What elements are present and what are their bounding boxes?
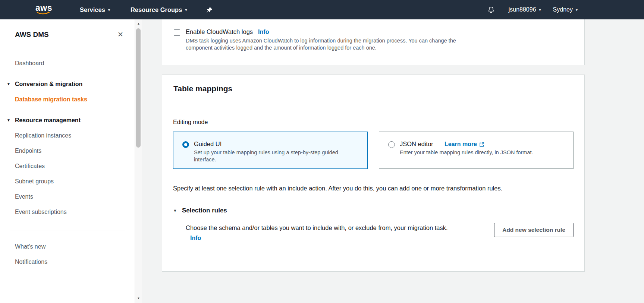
cloudwatch-content: Enable CloudWatch logs Info DMS task log… (186, 28, 472, 51)
json-editor-tile[interactable]: JSON editor Learn more Enter your table … (379, 132, 574, 169)
caret-down-icon: ▼ (173, 208, 177, 213)
sidebar-section-resource-management[interactable]: ▼ Resource management (0, 113, 135, 128)
sidebar-title: AWS DMS (15, 31, 49, 39)
guided-ui-label: Guided UI (194, 141, 360, 148)
sidebar-item-certificates[interactable]: Certificates (0, 158, 135, 174)
sidebar-item-replication-instances[interactable]: Replication instances (0, 128, 135, 143)
notifications-bell-icon[interactable] (487, 6, 495, 14)
aws-smile-icon (36, 12, 51, 15)
scrollbar-thumb[interactable] (136, 28, 141, 148)
add-new-selection-rule-button[interactable]: Add new selection rule (494, 223, 574, 237)
sidebar-item-event-subscriptions[interactable]: Event subscriptions (0, 204, 135, 220)
close-icon[interactable]: ✕ (117, 31, 123, 39)
sidebar-nav: Dashboard ▼ Conversion & migration Datab… (0, 56, 135, 269)
sidebar-item-notifications[interactable]: Notifications (0, 254, 135, 269)
aws-logo[interactable]: aws (35, 4, 52, 15)
sidebar-item-dashboard[interactable]: Dashboard (0, 56, 135, 71)
json-editor-description: Enter your table mapping rules directly,… (400, 149, 533, 156)
sidebar-item-whats-new[interactable]: What's new (0, 239, 135, 254)
user-menu[interactable]: jsun88096 ▾ (509, 6, 541, 13)
guided-ui-radio[interactable] (182, 141, 189, 148)
pin-icon[interactable] (206, 7, 213, 13)
selection-rules-description-text: Choose the schema and/or tables you want… (186, 224, 448, 231)
region-selector[interactable]: Sydney ▾ (553, 6, 578, 13)
username-label: jsun88096 (509, 6, 536, 13)
editing-mode-tiles: Guided UI Set up your table mapping rule… (173, 132, 574, 169)
learn-more-label: Learn more (444, 141, 477, 148)
region-label: Sydney (553, 6, 573, 13)
sidebar-section-conversion-migration[interactable]: ▼ Conversion & migration (0, 76, 135, 92)
topnav-right-group: jsun88096 ▾ Sydney ▾ (487, 6, 578, 14)
table-mappings-title: Table mappings (173, 84, 573, 93)
cloudwatch-info-link[interactable]: Info (258, 29, 269, 35)
cloudwatch-logs-card: Enable CloudWatch logs Info DMS task log… (162, 19, 585, 65)
aws-logo-text: aws (35, 4, 52, 12)
selection-rules-content: Choose the schema and/or tables you want… (186, 223, 574, 243)
table-mappings-body: Editing mode Guided UI Set up your table… (162, 119, 584, 250)
selection-rules-expander[interactable]: ▼ Selection rules (173, 207, 574, 214)
selection-rules-info-link[interactable]: Info (190, 235, 201, 241)
sidebar-item-subnet-groups[interactable]: Subnet groups (0, 174, 135, 189)
chevron-down-icon: ▾ (185, 8, 187, 12)
learn-more-link[interactable]: Learn more (444, 141, 484, 148)
table-mappings-card: Table mappings Editing mode Guided UI Se… (162, 75, 585, 272)
sidebar-item-endpoints[interactable]: Endpoints (0, 143, 135, 158)
sidebar-section-label: Resource management (15, 117, 81, 124)
scrollbar[interactable]: ▲ ▼ (135, 19, 142, 303)
resource-groups-menu-label: Resource Groups (131, 6, 182, 13)
sidebar-header: AWS DMS ✕ (0, 19, 135, 48)
json-editor-label: JSON editor (400, 141, 433, 148)
sidebar: AWS DMS ✕ Dashboard ▼ Conversion & migra… (0, 19, 135, 303)
sidebar-section-label: Conversion & migration (15, 81, 82, 88)
selection-rules-divider (186, 250, 574, 250)
services-menu[interactable]: Services ▾ (80, 6, 110, 13)
external-link-icon (479, 142, 484, 147)
guided-ui-description: Set up your table mapping rules using a … (194, 149, 360, 163)
scrollbar-up-arrow[interactable]: ▲ (135, 21, 142, 27)
resource-groups-menu[interactable]: Resource Groups ▾ (131, 6, 187, 13)
selection-rules-description: Choose the schema and/or tables you want… (186, 223, 456, 243)
sidebar-divider (0, 48, 135, 48)
table-mappings-header: Table mappings (162, 75, 584, 102)
services-menu-label: Services (80, 6, 105, 13)
scrollbar-down-arrow[interactable]: ▼ (135, 296, 142, 302)
sidebar-item-events[interactable]: Events (0, 189, 135, 204)
guided-ui-tile[interactable]: Guided UI Set up your table mapping rule… (173, 132, 368, 169)
enable-cloudwatch-logs-checkbox[interactable] (174, 29, 180, 36)
json-editor-radio[interactable] (388, 141, 395, 148)
caret-down-icon: ▼ (7, 82, 10, 86)
sidebar-item-database-migration-tasks[interactable]: Database migration tasks (0, 92, 135, 107)
top-navigation-bar: aws Services ▾ Resource Groups ▾ jsun880… (0, 0, 644, 19)
cloudwatch-description: DMS task logging uses Amazon CloudWatch … (186, 37, 472, 51)
editing-mode-label: Editing mode (173, 119, 574, 126)
chevron-down-icon: ▾ (108, 8, 110, 12)
selection-rule-note: Specify at least one selection rule with… (173, 185, 574, 192)
chevron-down-icon: ▾ (576, 8, 578, 12)
caret-down-icon: ▼ (7, 118, 10, 122)
chevron-down-icon: ▾ (539, 8, 541, 12)
selection-rules-title: Selection rules (182, 207, 227, 214)
sidebar-divider (10, 230, 125, 230)
enable-cloudwatch-logs-label: Enable CloudWatch logs (186, 28, 253, 35)
